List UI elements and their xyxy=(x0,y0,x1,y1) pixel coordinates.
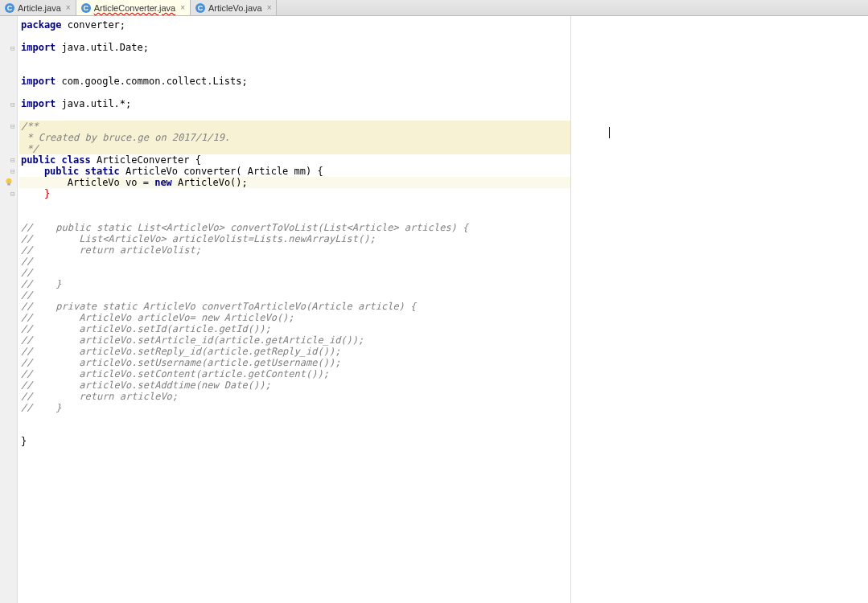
code-line: /** xyxy=(19,121,570,132)
code-line: * Created by bruce.ge on 2017/1/19. xyxy=(19,132,570,143)
code-line: } xyxy=(19,188,570,199)
tab-label: ArticleConverter.java xyxy=(94,3,176,13)
gutter[interactable]: ⊟ ⊟ ⊟ ⊟ ⊟ ⊟ xyxy=(0,16,18,603)
code-line xyxy=(19,425,570,436)
tab-label: Article.java xyxy=(18,3,61,13)
code-line: // xyxy=(19,267,570,278)
code-line: // articleVo.setContent(article.getConte… xyxy=(19,368,570,379)
code-line: // articleVo.setUsername(article.getUser… xyxy=(19,357,570,368)
code-line xyxy=(19,53,570,64)
fold-icon[interactable]: ⊟ xyxy=(10,44,17,51)
code-line: // } xyxy=(19,402,570,413)
code-line: // return articleVolist; xyxy=(19,244,570,256)
code-line: import com.google.common.collect.Lists; xyxy=(19,76,570,87)
code-line: // articleVo.setReply_id(article.getRepl… xyxy=(19,346,570,357)
svg-point-0 xyxy=(6,178,12,184)
tab-bar: C Article.java × C ArticleConverter.java… xyxy=(0,0,868,16)
code-line: import java.util.*; xyxy=(19,98,570,109)
code-line xyxy=(19,413,570,425)
code-line: import java.util.Date; xyxy=(19,42,570,53)
class-icon: C xyxy=(5,3,14,13)
code-line: ArticleVo vo = new ArticleVo(); xyxy=(19,177,570,188)
fold-icon[interactable]: ⊟ xyxy=(10,122,17,129)
tab-article[interactable]: C Article.java × xyxy=(0,0,76,15)
class-icon: C xyxy=(81,3,91,13)
fold-icon[interactable]: ⊟ xyxy=(10,100,17,107)
right-panel xyxy=(570,16,868,603)
intention-bulb-icon[interactable] xyxy=(3,177,14,188)
editor-container: ⊟ ⊟ ⊟ ⊟ ⊟ ⊟ package converter; import ja… xyxy=(0,16,868,603)
code-line xyxy=(19,199,570,211)
fold-icon[interactable]: ⊟ xyxy=(10,167,17,174)
close-icon[interactable]: × xyxy=(179,3,185,12)
fold-icon[interactable]: ⊟ xyxy=(10,190,17,196)
code-line: package converter; xyxy=(19,19,570,31)
code-line: // articleVo.setAddtime(new Date()); xyxy=(19,379,570,391)
code-line: // List<ArticleVo> articleVolist=Lists.n… xyxy=(19,233,570,244)
code-line: } xyxy=(19,436,570,447)
code-line xyxy=(19,87,570,98)
fold-icon[interactable]: ⊟ xyxy=(10,156,17,162)
code-line: // public static List<ArticleVo> convert… xyxy=(19,222,570,233)
code-line: */ xyxy=(19,143,570,154)
text-cursor xyxy=(609,127,610,138)
close-icon[interactable]: × xyxy=(64,3,71,12)
close-icon[interactable]: × xyxy=(265,3,272,12)
code-editor[interactable]: package converter; import java.util.Date… xyxy=(18,16,570,603)
class-icon: C xyxy=(195,3,205,13)
code-line: // xyxy=(19,289,570,301)
code-line: // xyxy=(19,256,570,267)
code-line xyxy=(19,211,570,222)
code-line: public static ArticleVo converter( Artic… xyxy=(19,166,570,177)
code-line: // articleVo.setArticle_id(article.getAr… xyxy=(19,334,570,346)
code-line: public class ArticleConverter { xyxy=(19,154,570,166)
code-line: // } xyxy=(19,278,570,289)
code-line: // articleVo.setId(article.getId()); xyxy=(19,323,570,334)
tab-articleconverter[interactable]: C ArticleConverter.java × xyxy=(76,0,191,15)
tab-articlevo[interactable]: C ArticleVo.java × xyxy=(191,0,278,15)
tab-label: ArticleVo.java xyxy=(208,3,262,13)
code-line: // ArticleVo articleVo= new ArticleVo(); xyxy=(19,312,570,323)
code-line: // private static ArticleVo convertToArt… xyxy=(19,301,570,312)
code-line: // return articleVo; xyxy=(19,391,570,402)
code-line xyxy=(19,64,570,76)
svg-rect-1 xyxy=(7,183,10,186)
code-line xyxy=(19,109,570,121)
code-line xyxy=(19,31,570,42)
